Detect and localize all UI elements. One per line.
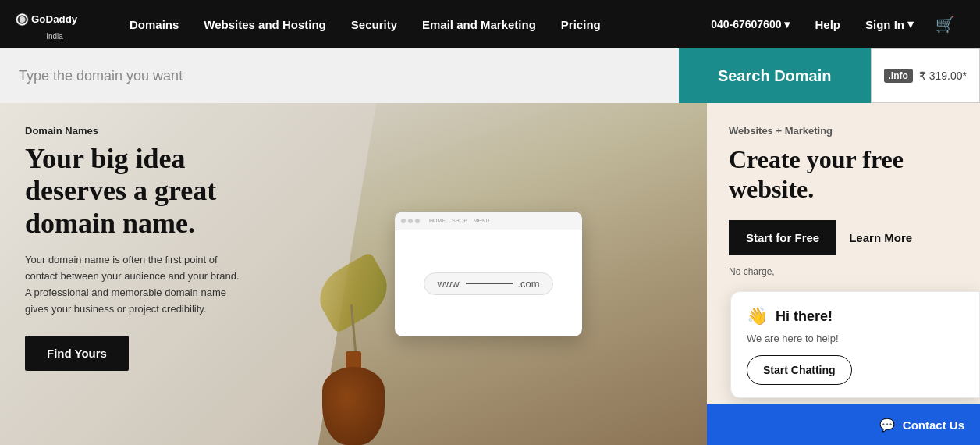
search-domain-button[interactable]: Search Domain [679, 48, 871, 103]
nav-right: 040-67607600 ▾ Help Sign In ▾ 🛒 [698, 0, 964, 48]
chat-wave-icon: 👋 [747, 306, 768, 326]
domain-price-badge: .info ₹ 319.00* [871, 48, 981, 103]
svg-text:GoDaddy: GoDaddy [31, 13, 78, 25]
hero-description: Your domain name is often the first poin… [25, 252, 243, 317]
contact-icon: 💬 [879, 418, 895, 433]
dot-2 [408, 219, 413, 223]
search-bar: Search Domain .info ₹ 319.00* [0, 48, 980, 103]
nav-domains[interactable]: Domains [117, 0, 191, 48]
find-yours-button[interactable]: Find Yours [25, 336, 129, 371]
contact-bar[interactable]: 💬 Contact Us [707, 404, 980, 445]
hero-category: Domain Names [25, 125, 290, 137]
domain-search-input[interactable] [19, 68, 660, 84]
chat-header: 👋 Hi there! [747, 306, 964, 326]
godaddy-logo-svg: GoDaddy [16, 9, 94, 30]
vase-body-decoration [322, 367, 385, 445]
no-charge-text: No charge, [729, 266, 958, 277]
start-for-free-button[interactable]: Start for Free [729, 220, 836, 255]
logo[interactable]: GoDaddy India [16, 9, 94, 41]
browser-mockup: HOME SHOP MENU www. .com [395, 212, 582, 336]
nav-security[interactable]: Security [339, 0, 410, 48]
browser-dots [401, 219, 420, 223]
help-link[interactable]: Help [802, 0, 853, 48]
navbar: GoDaddy India Domains Websites and Hosti… [0, 0, 980, 48]
cart-icon[interactable]: 🛒 [926, 0, 964, 48]
chat-subtitle: We are here to help! [747, 333, 964, 344]
search-input-wrap [0, 48, 679, 103]
nav-websites-hosting[interactable]: Websites and Hosting [191, 0, 338, 48]
nav-pricing[interactable]: Pricing [549, 0, 613, 48]
learn-more-link[interactable]: Learn More [849, 231, 912, 244]
browser-topbar: HOME SHOP MENU [395, 212, 582, 230]
url-prefix: www. [437, 278, 461, 290]
browser-body: www. .com [395, 230, 582, 336]
logo-region: India [46, 32, 63, 41]
contact-us-label: Contact Us [903, 418, 964, 432]
url-suffix: .com [517, 278, 539, 290]
nav-email-marketing[interactable]: Email and Marketing [410, 0, 549, 48]
start-chatting-button[interactable]: Start Chatting [747, 355, 852, 385]
domain-price: ₹ 319.00* [919, 69, 967, 82]
main-content: HOME SHOP MENU www. .com Domain Names Yo… [0, 103, 980, 445]
chat-title: Hi there! [776, 308, 833, 325]
hero-text: Domain Names Your big idea deserves a gr… [25, 125, 290, 371]
signin-button[interactable]: Sign In ▾ [853, 0, 926, 48]
hero-title: Your big idea deserves a great domain na… [25, 143, 290, 240]
right-panel-category: Websites + Marketing [729, 125, 958, 137]
url-underline [466, 283, 513, 284]
browser-nav-mock: HOME SHOP MENU [429, 218, 489, 223]
right-panel-title: Create your free website. [729, 144, 958, 205]
dot-1 [401, 219, 406, 223]
nav-links: Domains Websites and Hosting Security Em… [117, 0, 698, 48]
domain-extension-label: .info [884, 69, 913, 83]
chat-widget: 👋 Hi there! We are here to help! Start C… [730, 291, 980, 398]
hero-section: HOME SHOP MENU www. .com Domain Names Yo… [0, 103, 707, 445]
url-bar: www. .com [424, 272, 552, 295]
phone-number[interactable]: 040-67607600 ▾ [698, 0, 802, 48]
right-panel-buttons: Start for Free Learn More [729, 220, 958, 255]
right-panel: Websites + Marketing Create your free we… [707, 103, 980, 445]
dot-3 [415, 219, 420, 223]
